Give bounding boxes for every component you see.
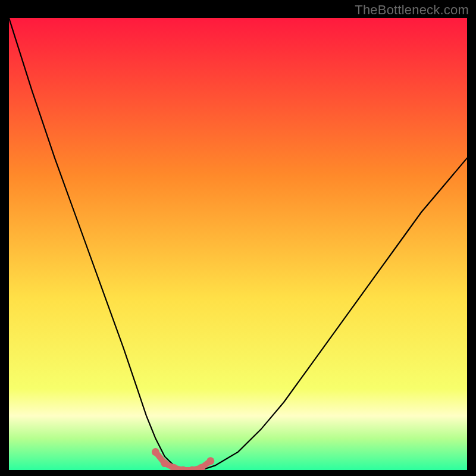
plot-area [9, 18, 467, 470]
highlight-dot [161, 459, 168, 467]
chart-frame: TheBottleneck.com [0, 0, 476, 476]
watermark-text: TheBottleneck.com [355, 2, 469, 18]
highlight-dot [206, 457, 214, 465]
highlight-dot [152, 448, 159, 456]
chart-svg [9, 18, 467, 470]
